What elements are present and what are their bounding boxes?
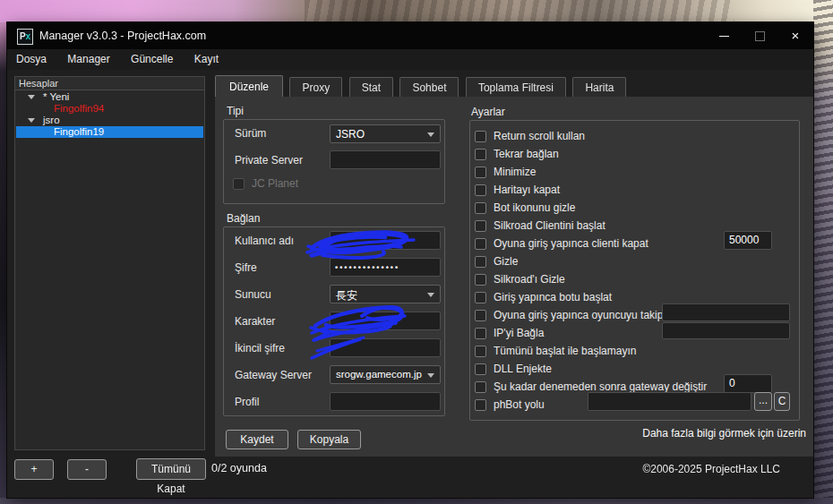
setting-ip-bagla: IP'yi Bağla bbox=[475, 324, 544, 342]
botu-baslat-checkbox[interactable] bbox=[475, 292, 486, 303]
sifre-input[interactable]: •••••••••••••• bbox=[330, 258, 441, 277]
menu-dosya[interactable]: Dosya bbox=[7, 49, 56, 65]
jc-planet-checkbox bbox=[233, 178, 245, 190]
ikincil-sifre-label: İkincil şifre bbox=[235, 342, 285, 355]
tree-item-jsro[interactable]: jsro bbox=[16, 115, 203, 126]
app-icon: Px bbox=[17, 29, 33, 45]
tekrar-baglan-checkbox[interactable] bbox=[475, 149, 486, 160]
karakter-input[interactable] bbox=[330, 312, 441, 330]
setting-tekrar-baglan: Tekrar bağlan bbox=[475, 145, 559, 163]
clienti-kapat-checkbox[interactable] bbox=[475, 238, 486, 250]
group-title-ayarlar: Ayarlar bbox=[471, 106, 505, 118]
surum-combo[interactable]: JSRO bbox=[330, 124, 441, 143]
ip-bagla-input[interactable] bbox=[662, 322, 790, 339]
titlebar[interactable]: Px Manager v3.0.3 - ProjectHax.com × bbox=[7, 22, 813, 49]
minimize-button[interactable] bbox=[706, 22, 742, 49]
ip-bagla-checkbox[interactable] bbox=[475, 328, 486, 339]
clienti-kapat-delay-input[interactable]: 50000 bbox=[724, 231, 772, 250]
sunucu-label: Sunucu bbox=[235, 288, 271, 301]
setting-silkroad-gizle: Silkroad'ı Gizle bbox=[475, 270, 565, 288]
expander-icon[interactable] bbox=[28, 118, 35, 123]
setting-phbot-yolu: phBot yolu bbox=[475, 396, 545, 414]
setting-bot-ikonunu-gizle: Bot ikonunu gizle bbox=[475, 199, 575, 217]
chevron-down-icon bbox=[427, 132, 434, 137]
setting-haritayi-kapat: Haritayı kapat bbox=[475, 181, 560, 199]
more-info-text[interactable]: Daha fazla bilgi görmek için üzerin bbox=[642, 427, 806, 440]
tab-bar: Düzenle Proxy Stat Sohbet Toplama Filtre… bbox=[215, 75, 629, 97]
tree-item-fingolfin19[interactable]: Fingolfin19 bbox=[16, 126, 203, 138]
expander-icon[interactable] bbox=[28, 95, 35, 99]
remove-account-button[interactable]: - bbox=[67, 459, 107, 480]
accounts-panel: Hesaplar * Yeni Fingolfin94 jsro Fingolf… bbox=[14, 76, 205, 450]
menu-kayit[interactable]: Kayıt bbox=[185, 49, 228, 65]
jc-planet-row: JC Planet bbox=[233, 175, 298, 192]
chevron-down-icon bbox=[427, 293, 434, 297]
return-scroll-checkbox[interactable] bbox=[475, 131, 486, 142]
gateway-server-label: Gateway Server bbox=[235, 369, 312, 381]
setting-gizle: Gizle bbox=[475, 252, 518, 270]
setting-oyuncuyu-takip: Oyuna giriş yapınca oyuncuyu takip bbox=[475, 306, 663, 324]
tab-sohbet[interactable]: Sohbet bbox=[399, 77, 459, 98]
bot-ikonunu-gizle-checkbox[interactable] bbox=[475, 202, 486, 214]
menu-guncelle[interactable]: Güncelle bbox=[122, 49, 182, 65]
tab-duzenle[interactable]: Düzenle bbox=[215, 75, 283, 98]
phbot-browse-button[interactable]: ... bbox=[754, 392, 772, 411]
dll-enjekte-checkbox[interactable] bbox=[475, 363, 486, 375]
wallpaper-left bbox=[0, 0, 7, 504]
sunucu-combo[interactable]: 長安 bbox=[330, 285, 441, 303]
oyuncuyu-takip-input[interactable] bbox=[662, 303, 790, 321]
wallpaper-bottom bbox=[0, 498, 833, 504]
accounts-header[interactable]: Hesaplar bbox=[15, 77, 204, 90]
kullanici-adi-input[interactable] bbox=[330, 231, 441, 250]
wallpaper-top bbox=[0, 0, 833, 22]
setting-return-scroll: Return scroll kullan bbox=[475, 127, 585, 145]
private-server-label: Private Server bbox=[235, 154, 303, 167]
tumunu-kapat-button[interactable]: Tümünü Kapat bbox=[136, 458, 206, 480]
private-server-input[interactable] bbox=[330, 150, 441, 169]
phbot-yolu-checkbox[interactable] bbox=[475, 399, 486, 411]
setting-dll-enjekte: DLL Enjekte bbox=[475, 360, 552, 378]
setting-clienti-kapat: Oyuna giriş yapınca clienti kapat bbox=[475, 235, 648, 252]
profil-label: Profil bbox=[235, 396, 259, 408]
menu-manager[interactable]: Manager bbox=[58, 49, 118, 65]
ikincil-sifre-input[interactable] bbox=[330, 338, 441, 357]
oyuncuyu-takip-checkbox[interactable] bbox=[475, 310, 486, 321]
add-account-button[interactable]: + bbox=[14, 459, 54, 480]
baslamayin-checkbox[interactable] bbox=[475, 346, 486, 357]
group-title-baglan: Bağlan bbox=[227, 212, 260, 225]
chevron-down-icon bbox=[427, 373, 434, 378]
app-window: Px Manager v3.0.3 - ProjectHax.com × Dos… bbox=[7, 22, 813, 498]
tree-item-fingolfin94[interactable]: Fingolfin94 bbox=[16, 103, 203, 115]
maximize-button[interactable] bbox=[742, 22, 777, 49]
tab-proxy[interactable]: Proxy bbox=[289, 77, 342, 98]
maximize-icon bbox=[755, 31, 765, 41]
setting-minimize: Minimize bbox=[475, 163, 536, 181]
tab-stat[interactable]: Stat bbox=[349, 77, 393, 98]
minimize-checkbox[interactable] bbox=[475, 167, 486, 178]
setting-client-baslat: Silkroad Clientini başlat bbox=[475, 217, 605, 235]
kopyala-button[interactable]: Kopyala bbox=[297, 430, 361, 449]
surum-label: Sürüm bbox=[235, 127, 266, 140]
silkroad-gizle-checkbox[interactable] bbox=[475, 274, 486, 286]
profil-input[interactable] bbox=[330, 392, 441, 411]
tab-toplama-filtresi[interactable]: Toplama Filtresi bbox=[466, 77, 566, 98]
kaydet-button[interactable]: Kaydet bbox=[226, 430, 288, 449]
setting-baslamayin: Tümünü başlat ile başlamayın bbox=[475, 342, 636, 360]
phbot-yolu-input[interactable] bbox=[588, 392, 751, 411]
gateway-server-combo[interactable]: srogw.gamecom.jp bbox=[330, 365, 441, 384]
ingame-count: 0/2 oyunda bbox=[211, 462, 267, 474]
menubar: Dosya Manager Güncelle Kayıt bbox=[7, 49, 813, 70]
phbot-clear-button[interactable]: C bbox=[774, 392, 790, 411]
gateway-degistir-count-input[interactable]: 0 bbox=[724, 374, 772, 393]
gateway-degistir-checkbox[interactable] bbox=[475, 381, 486, 393]
tree-item-yeni[interactable]: * Yeni bbox=[16, 91, 203, 103]
sifre-label: Şifre bbox=[235, 261, 257, 274]
close-button[interactable]: × bbox=[777, 22, 813, 49]
haritayi-kapat-checkbox[interactable] bbox=[475, 184, 486, 196]
gizle-checkbox[interactable] bbox=[475, 256, 486, 268]
window-title: Manager v3.0.3 - ProjectHax.com bbox=[39, 30, 206, 42]
close-icon: × bbox=[792, 28, 800, 43]
tab-harita[interactable]: Harita bbox=[572, 77, 626, 98]
client-baslat-checkbox[interactable] bbox=[475, 220, 486, 232]
setting-botu-baslat: Giriş yapınca botu başlat bbox=[475, 288, 612, 306]
